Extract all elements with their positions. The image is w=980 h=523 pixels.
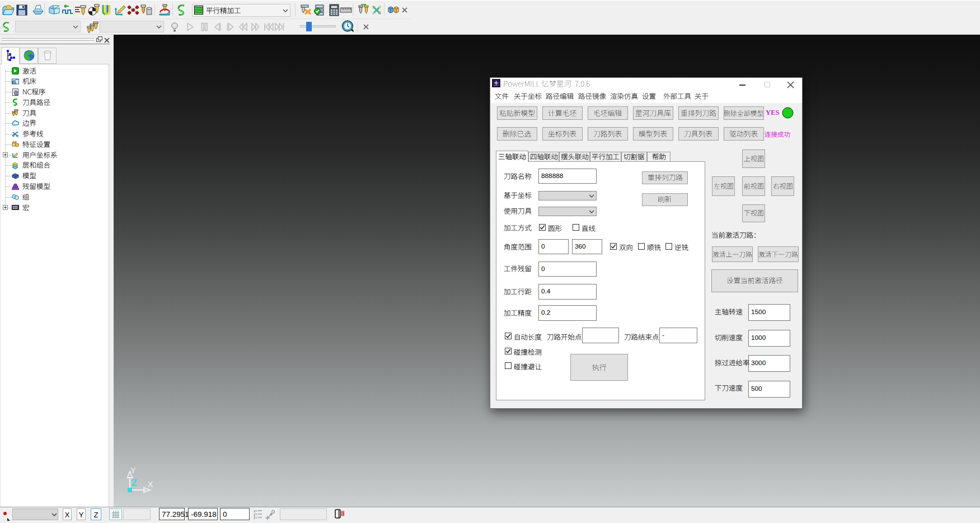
svg-text:z=: z=: [254, 516, 257, 520]
svg-text:Z: Z: [132, 478, 137, 488]
svg-text:Y: Y: [130, 466, 136, 475]
svg-text:X: X: [148, 480, 153, 489]
